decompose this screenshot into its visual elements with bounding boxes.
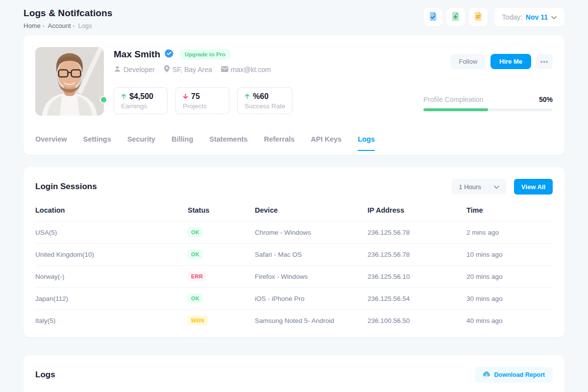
online-status-dot [100, 96, 107, 103]
tab-api-keys[interactable]: API Keys [311, 131, 342, 151]
avatar [35, 47, 104, 116]
logs-card: Logs Download Report 500 ERR POST /v1/in… [24, 355, 564, 392]
cell-time: 30 mins ago [466, 295, 553, 302]
cell-time: 2 mins ago [466, 229, 553, 236]
breadcrumb-separator: • [43, 23, 45, 29]
user-icon [114, 65, 121, 74]
cell-device: Samsung Noted 5- Android [255, 317, 368, 324]
cell-device: Safari - Mac OS [255, 251, 368, 258]
date-label: Today: [502, 13, 522, 21]
hours-filter-value: 1 Hours [459, 183, 481, 191]
profile-right-panel: Follow Hire Me ••• Profile Compleation 5… [423, 47, 553, 116]
cell-device: Chrome - Windows [255, 229, 368, 236]
mail-icon [221, 66, 228, 74]
stat-projects: 75 Projects [175, 87, 229, 114]
cell-ip: 236.125.56.54 [368, 295, 466, 302]
col-location: Location [35, 206, 188, 214]
tab-referrals[interactable]: Referrals [264, 131, 294, 151]
profile-completion: Profile Compleation 50% [423, 96, 553, 111]
breadcrumb-account[interactable]: Account [48, 22, 71, 29]
tab-logs[interactable]: Logs [358, 131, 375, 151]
stat-success-rate: %60 Success Rate [237, 87, 293, 114]
col-ip-address: IP Address [368, 206, 466, 214]
cell-device: Firefox - Windows [255, 273, 368, 280]
file-check-icon [428, 11, 438, 23]
breadcrumb-separator: • [73, 23, 75, 29]
file-plus-button[interactable] [446, 8, 465, 26]
file-plus-icon [450, 11, 461, 23]
location-label: SF, Bay Area [172, 66, 212, 74]
page-title: Logs & Notifcations [24, 8, 112, 19]
more-options-button[interactable]: ••• [536, 54, 553, 69]
progress-value: 50% [539, 96, 553, 103]
topbar-actions: Today: Nov 11 [424, 8, 564, 26]
hours-filter-select[interactable]: 1 Hours [452, 179, 506, 195]
breadcrumb-home[interactable]: Home [24, 22, 41, 29]
progress-bar-fill [423, 108, 488, 111]
status-badge: WRN [188, 316, 208, 325]
location-pin-icon [164, 65, 170, 74]
top-bar: Logs & Notifcations Home• Account• Logs [24, 0, 564, 35]
login-sessions-card: Login Sessions 1 Hours View All Location… [24, 167, 564, 337]
hire-me-button[interactable]: Hire Me [490, 54, 531, 69]
upgrade-pro-badge[interactable]: Upgrade to Pro [180, 49, 230, 60]
tab-overview[interactable]: Overview [35, 131, 67, 151]
stat-value: 75 [191, 92, 200, 101]
chevron-down-icon [551, 13, 557, 21]
cell-location: Norway(-) [35, 273, 188, 280]
file-lines-button[interactable] [469, 8, 488, 26]
arrow-up-icon [245, 92, 250, 101]
sessions-title: Login Sessions [35, 182, 97, 192]
cell-location: USA(5) [35, 229, 188, 236]
file-lines-icon [473, 11, 483, 23]
table-row[interactable]: United Kingdom(10) OK Safari - Mac OS 23… [35, 244, 553, 266]
follow-button[interactable]: Follow [450, 54, 486, 69]
stat-value: $4,500 [129, 92, 153, 101]
file-check-button[interactable] [424, 8, 442, 26]
stat-label: Earnings [121, 102, 160, 110]
profile-meta: Developer SF, Bay Area max@kt.com [114, 65, 423, 74]
stat-value: %60 [253, 92, 269, 101]
view-all-button[interactable]: View All [514, 179, 553, 195]
table-row[interactable]: Japan(112) OK iOS - iPhone Pro 236.125.5… [35, 288, 553, 310]
ellipsis-icon: ••• [540, 58, 549, 65]
breadcrumb: Home• Account• Logs [24, 22, 112, 29]
tab-security[interactable]: Security [127, 131, 155, 151]
cell-time: 20 mins ago [466, 273, 553, 280]
status-badge: OK [188, 294, 203, 303]
cell-time: 40 mins ago [466, 317, 553, 324]
date-selector[interactable]: Today: Nov 11 [494, 8, 564, 26]
email-item: max@kt.com [221, 66, 271, 74]
cell-time: 10 mins ago [466, 251, 553, 258]
stat-earnings: $4,500 Earnings [114, 87, 168, 114]
table-row[interactable]: Italy(5) WRN Samsung Noted 5- Android 23… [35, 310, 553, 331]
location-item: SF, Bay Area [164, 65, 212, 74]
cell-ip: 236.125.56.10 [368, 273, 466, 280]
arrow-down-icon [183, 92, 188, 101]
profile-stats: $4,500 Earnings 75 Projects [114, 87, 423, 114]
download-report-button[interactable]: Download Report [475, 367, 553, 383]
table-row[interactable]: Norway(-) ERR Firefox - Windows 236.125.… [35, 266, 553, 288]
title-block: Logs & Notifcations Home• Account• Logs [24, 8, 112, 29]
verified-badge-icon [165, 49, 173, 60]
page: Logs & Notifcations Home• Account• Logs [0, 0, 588, 392]
tab-billing[interactable]: Billing [172, 131, 193, 151]
profile-info: Max Smith Upgrade to Pro Developer SF, B… [114, 47, 423, 116]
download-report-label: Download Report [494, 371, 545, 378]
cell-location: Japan(112) [35, 295, 188, 302]
role-label: Developer [123, 66, 155, 74]
tab-settings[interactable]: Settings [83, 131, 111, 151]
table-row[interactable]: USA(5) OK Chrome - Windows 236.125.56.78… [35, 221, 553, 244]
status-badge: ERR [188, 271, 206, 281]
cell-location: Italy(5) [35, 317, 188, 324]
profile-tabs: Overview Settings Security Billing State… [35, 131, 553, 151]
tab-statements[interactable]: Statements [209, 131, 247, 151]
role-item: Developer [114, 65, 155, 74]
arrow-up-icon [121, 92, 126, 101]
progress-bar [423, 108, 553, 111]
progress-label: Profile Compleation [423, 96, 483, 103]
col-device: Device [255, 206, 368, 214]
status-badge: OK [188, 249, 203, 259]
stat-label: Projects [183, 102, 222, 110]
user-name: Max Smith [114, 49, 160, 60]
